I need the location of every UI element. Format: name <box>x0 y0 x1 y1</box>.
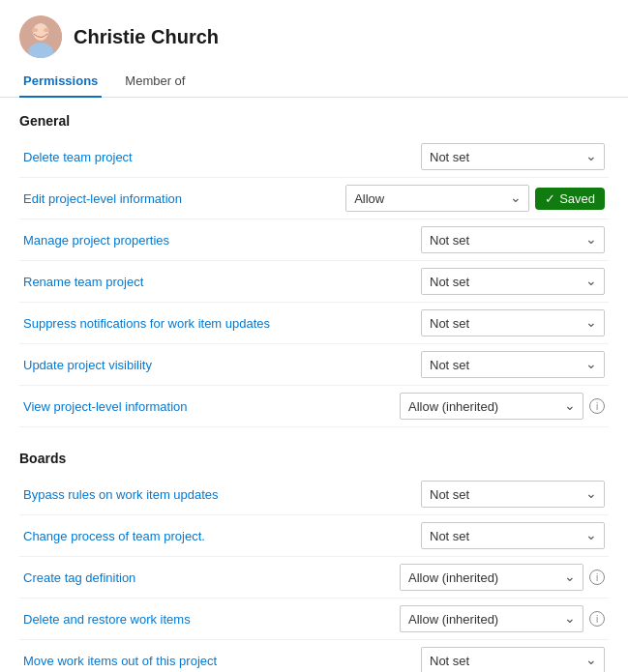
permission-label[interactable]: Create tag definition <box>23 570 392 585</box>
permission-row: Bypass rules on work item updates Not se… <box>19 474 609 515</box>
permission-label[interactable]: Move work items out of this project <box>23 654 413 668</box>
permission-row: Change process of team project. Not set … <box>19 515 609 557</box>
permission-select[interactable]: Not set Allow Deny Allow (inherited) <box>421 143 605 170</box>
row-right: Not set Allow Deny Allow (inherited) <box>421 143 605 170</box>
row-right: Not set Allow Deny Allow (inherited) i <box>400 564 605 591</box>
row-right: Not set Allow Deny Allow (inherited) ✓ S… <box>345 185 605 212</box>
saved-badge: ✓ Saved <box>535 188 605 210</box>
row-right: Not set Allow Deny Allow (inherited) i <box>400 605 605 632</box>
check-icon: ✓ <box>545 191 555 206</box>
permission-row: Move work items out of this project Not … <box>19 640 609 672</box>
permission-row: Suppress notifications for work item upd… <box>19 303 609 344</box>
permission-row: Create tag definition Not set Allow Deny… <box>19 557 609 599</box>
page-header: Christie Church <box>0 0 628 66</box>
select-wrapper: Not set Allow Deny Allow (inherited) <box>400 564 583 591</box>
main-content: General Delete team project Not set Allo… <box>0 98 628 672</box>
permission-select[interactable]: Not set Allow Deny Allow (inherited) <box>345 185 529 212</box>
section-boards: Boards Bypass rules on work item updates… <box>19 451 609 672</box>
select-wrapper: Not set Allow Deny Allow (inherited) <box>421 309 605 336</box>
select-wrapper: Not set Allow Deny Allow (inherited) <box>421 481 605 508</box>
permission-label[interactable]: Rename team project <box>23 275 413 289</box>
permission-select[interactable]: Not set Allow Deny Allow (inherited) <box>421 268 605 295</box>
svg-point-4 <box>44 28 49 32</box>
permission-row: View project-level information Not set A… <box>19 386 609 427</box>
permission-select[interactable]: Not set Allow Deny Allow (inherited) <box>400 393 583 420</box>
permission-select[interactable]: Not set Allow Deny Allow (inherited) <box>421 647 605 672</box>
info-icon[interactable]: i <box>589 570 605 585</box>
permission-label[interactable]: Change process of team project. <box>23 529 413 543</box>
user-name: Christie Church <box>74 26 219 48</box>
permission-label[interactable]: Manage project properties <box>23 233 413 248</box>
permission-label[interactable]: View project-level information <box>23 399 392 414</box>
permission-select[interactable]: Not set Allow Deny Allow (inherited) <box>421 351 605 378</box>
row-right: Not set Allow Deny Allow (inherited) <box>421 309 605 336</box>
select-wrapper: Not set Allow Deny Allow (inherited) <box>345 185 529 212</box>
permission-label[interactable]: Bypass rules on work item updates <box>23 487 413 502</box>
permission-select[interactable]: Not set Allow Deny Allow (inherited) <box>421 522 605 549</box>
permission-row: Rename team project Not set Allow Deny A… <box>19 261 609 303</box>
info-icon[interactable]: i <box>589 611 605 627</box>
select-wrapper: Not set Allow Deny Allow (inherited) <box>400 393 583 420</box>
row-right: Not set Allow Deny Allow (inherited) <box>421 226 605 253</box>
permission-select[interactable]: Not set Allow Deny Allow (inherited) <box>421 309 605 336</box>
svg-point-3 <box>32 28 38 32</box>
permission-label[interactable]: Suppress notifications for work item upd… <box>23 316 413 331</box>
select-wrapper: Not set Allow Deny Allow (inherited) <box>421 226 605 253</box>
permission-row: Edit project-level information Not set A… <box>19 178 609 219</box>
row-right: Not set Allow Deny Allow (inherited) <box>421 351 605 378</box>
permission-select[interactable]: Not set Allow Deny Allow (inherited) <box>400 564 583 591</box>
select-wrapper: Not set Allow Deny Allow (inherited) <box>421 351 605 378</box>
avatar <box>19 15 62 58</box>
select-wrapper: Not set Allow Deny Allow (inherited) <box>421 647 605 672</box>
row-right: Not set Allow Deny Allow (inherited) <box>421 268 605 295</box>
permission-row: Delete and restore work items Not set Al… <box>19 599 609 640</box>
permission-row: Update project visibility Not set Allow … <box>19 344 609 386</box>
section-title-boards: Boards <box>19 451 609 466</box>
permission-label[interactable]: Edit project-level information <box>23 191 338 206</box>
permission-row: Manage project properties Not set Allow … <box>19 219 609 261</box>
permission-select[interactable]: Not set Allow Deny Allow (inherited) <box>421 226 605 253</box>
section-title-general: General <box>19 113 609 129</box>
permission-label[interactable]: Delete team project <box>23 150 413 164</box>
permission-select[interactable]: Not set Allow Deny Allow (inherited) <box>421 481 605 508</box>
permission-select[interactable]: Not set Allow Deny Allow (inherited) <box>400 605 583 632</box>
tab-permissions[interactable]: Permissions <box>19 66 102 98</box>
permission-label[interactable]: Delete and restore work items <box>23 612 392 627</box>
permission-row: Delete team project Not set Allow Deny A… <box>19 136 609 178</box>
row-right: Not set Allow Deny Allow (inherited) i <box>400 393 605 420</box>
permission-label[interactable]: Update project visibility <box>23 358 413 372</box>
info-icon[interactable]: i <box>589 398 605 414</box>
select-wrapper: Not set Allow Deny Allow (inherited) <box>421 143 605 170</box>
svg-point-1 <box>33 23 48 41</box>
tab-member-of[interactable]: Member of <box>121 66 189 98</box>
saved-label: Saved <box>559 191 595 206</box>
row-right: Not set Allow Deny Allow (inherited) <box>421 647 605 672</box>
tab-bar: Permissions Member of <box>0 66 628 98</box>
select-wrapper: Not set Allow Deny Allow (inherited) <box>421 522 605 549</box>
row-right: Not set Allow Deny Allow (inherited) <box>421 481 605 508</box>
row-right: Not set Allow Deny Allow (inherited) <box>421 522 605 549</box>
section-general: General Delete team project Not set Allo… <box>19 113 609 427</box>
select-wrapper: Not set Allow Deny Allow (inherited) <box>421 268 605 295</box>
select-wrapper: Not set Allow Deny Allow (inherited) <box>400 605 583 632</box>
